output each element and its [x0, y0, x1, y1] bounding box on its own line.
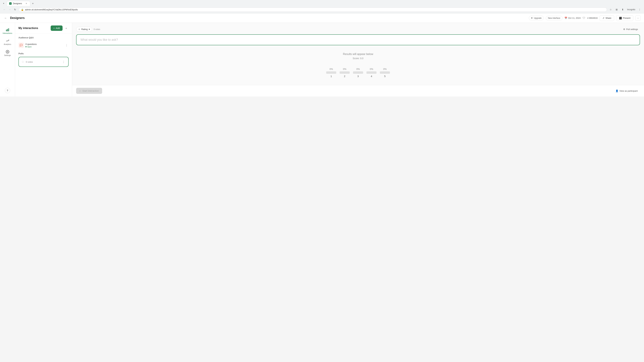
tab-favicon: S [9, 2, 12, 5]
header-date: 📅 Oct 11, 2024 [564, 17, 580, 19]
rating-bar-4 [366, 71, 376, 74]
app-title: Designers [10, 16, 527, 20]
poll-votes: 0 votes [26, 61, 33, 63]
incognito-label: Incognito [626, 8, 636, 11]
sidebar-item-analytics[interactable]: Analytics [1, 37, 14, 47]
polls-label: Polls [18, 52, 68, 55]
lock-icon: 🔒 [21, 8, 24, 11]
star-type-icon: ☆ [78, 28, 80, 30]
svg-rect-2 [8, 29, 9, 31]
qa-count: 0 questions [26, 43, 37, 45]
interactions-label: Interactions [3, 32, 12, 34]
results-label: Results will appear below [76, 53, 640, 56]
poll-more-btn[interactable]: ⋮ [62, 60, 66, 64]
rating-col-2: 0% 2 [338, 68, 351, 78]
share-icon: ↗ [602, 17, 604, 19]
tab-dropdown-btn[interactable]: ▾ [2, 2, 5, 5]
view-participant-btn[interactable]: 👤 View as participant [613, 88, 640, 93]
address-bar[interactable] [25, 8, 605, 11]
header-back-btn[interactable]: ← [3, 16, 8, 20]
rating-pct-5: 0% [383, 68, 386, 70]
add-icon: + [53, 27, 55, 29]
upgrade-badge[interactable]: ⬆ Upgrade [529, 16, 544, 20]
qa-item[interactable]: 0 questions Open ⋮ [18, 41, 68, 50]
rating-pct-2: 0% [343, 68, 346, 70]
settings-icon [6, 50, 10, 54]
view-participant-label: View as participant [619, 90, 638, 92]
poll-type-votes: 0 votes [94, 28, 100, 30]
new-interface-label: New interface [548, 17, 560, 19]
star-icon: ☆ [22, 60, 24, 64]
rating-num-4: 4 [371, 75, 372, 78]
calendar-icon: 📅 [564, 17, 567, 19]
browser-menu-btn[interactable]: ⋮ [637, 7, 642, 12]
start-interaction-btn[interactable]: ▷ Start interaction [76, 88, 102, 94]
question-input[interactable] [80, 38, 636, 41]
present-btn[interactable]: ⬛ Present [616, 15, 633, 21]
rating-pct-3: 0% [356, 68, 360, 70]
upgrade-icon: ⬆ [531, 17, 533, 19]
help-btn[interactable]: ? [5, 88, 10, 93]
more-options-btn[interactable]: ··· [635, 15, 641, 21]
tab-close-btn[interactable]: ✕ [25, 2, 28, 5]
rating-num-2: 2 [344, 75, 345, 78]
add-btn[interactable]: + Add [51, 25, 62, 31]
qa-icon-container [18, 42, 24, 48]
tab-label: Designers [13, 2, 22, 5]
collapse-btn[interactable]: « [64, 26, 68, 30]
nav-forward-btn[interactable]: → [8, 7, 12, 12]
new-tab-btn[interactable]: + [31, 1, 35, 5]
rating-pct-4: 0% [370, 68, 373, 70]
rating-col-5: 0% 5 [378, 68, 392, 78]
present-icon: ⬛ [619, 17, 622, 19]
share-label: Share [606, 17, 611, 19]
svg-point-3 [7, 51, 8, 52]
new-interface-badge[interactable]: New interface [546, 16, 562, 20]
shield-icon: 🛡 [582, 16, 585, 19]
poll-settings-label: Poll settings [626, 28, 638, 30]
present-label: Present [623, 17, 630, 19]
interactions-icon [6, 28, 10, 31]
analytics-label: Analytics [4, 43, 11, 45]
sidebar-item-settings[interactable]: Settings [1, 48, 14, 58]
sidebar-item-interactions[interactable]: Interactions [1, 26, 14, 36]
download-btn[interactable]: ⬇ [620, 7, 625, 12]
poll-settings-btn[interactable]: ⚙ Poll settings [621, 27, 640, 31]
bookmark-btn[interactable]: ☆ [608, 7, 613, 12]
nav-reload-btn[interactable]: ↻ [13, 7, 18, 12]
poll-type-label: Rating [81, 28, 88, 30]
rating-num-1: 1 [330, 75, 332, 78]
rating-chart: 0% 1 0% 2 0% 3 0% [76, 68, 640, 78]
nav-back-btn[interactable]: ← [2, 7, 7, 12]
rating-num-3: 3 [358, 75, 359, 78]
results-area: Results will appear below Score: 0.0 0% … [76, 49, 640, 81]
svg-rect-1 [7, 29, 8, 31]
score-label: Score: 0.0 [76, 57, 640, 60]
start-label: Start interaction [82, 89, 99, 92]
audience-qa-label: Audience Q&A [18, 36, 68, 39]
event-id: # 8664816 [587, 17, 598, 19]
share-btn[interactable]: ↗ Share [600, 15, 614, 21]
person-icon: 👤 [616, 89, 618, 92]
chat-icon [20, 44, 23, 47]
rating-bar-1 [326, 71, 336, 74]
status-dot [26, 46, 26, 47]
poll-card[interactable]: ☆ 0 votes ⋮ [18, 57, 68, 67]
settings-label: Settings [4, 54, 11, 56]
rating-bar-2 [340, 71, 350, 74]
rating-col-3: 0% 3 [351, 68, 365, 78]
rating-pct-1: 0% [330, 68, 333, 70]
rating-col-4: 0% 4 [365, 68, 378, 78]
play-icon: ▷ [80, 90, 81, 92]
rating-col-1: 0% 1 [324, 68, 338, 78]
analytics-icon [6, 39, 10, 42]
poll-type-btn[interactable]: ☆ Rating ▾ [76, 27, 92, 32]
qa-more-btn[interactable]: ⋮ [64, 43, 68, 47]
upgrade-label: Upgrade [534, 17, 542, 19]
date-value: Oct 11, 2024 [568, 17, 580, 19]
qa-status: Open [26, 46, 37, 48]
panel-title: My interactions [18, 27, 38, 30]
svg-rect-0 [6, 30, 7, 31]
browser-tab-designers[interactable]: S Designers ✕ [7, 1, 30, 6]
extensions-btn[interactable]: ⊞ [614, 7, 619, 12]
